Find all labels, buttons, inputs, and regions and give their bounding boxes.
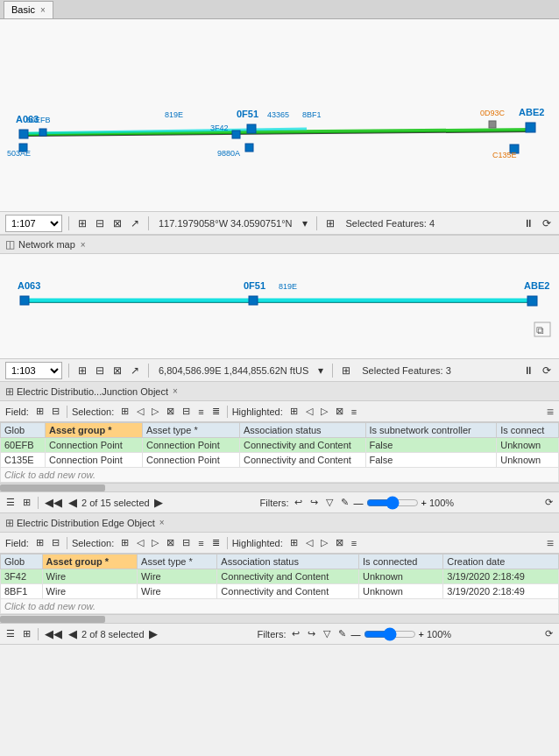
add-row-text-1[interactable]: Click to add new row. [1, 468, 559, 483]
feature-icon-1[interactable]: ⊞ [323, 216, 337, 230]
network-map-close[interactable]: × [81, 240, 86, 250]
show-selected-btn-1[interactable]: ☰ [4, 495, 18, 510]
sel-btn-1c[interactable]: ▷ [149, 404, 161, 419]
table2-title-bar: ⊞ Electric Distribution Edge Object × [0, 513, 559, 533]
zoom-slider-1[interactable] [366, 496, 419, 510]
extent-btn-1[interactable]: ⊟ [93, 216, 107, 230]
table1: Glob Asset group * Asset type * Associat… [0, 422, 559, 483]
cell-assettype: Wire [138, 584, 217, 599]
refresh-btn-1[interactable]: ⟳ [540, 216, 554, 230]
sel-btn-2e[interactable]: ⊟ [180, 535, 193, 550]
settings-icon-1[interactable]: ≡ [547, 405, 554, 419]
sep-1 [68, 216, 69, 230]
hl-btn-1b[interactable]: ◁ [303, 404, 315, 419]
cell-glob: C135E [1, 453, 46, 468]
table2-close[interactable]: × [159, 518, 165, 527]
col-issubnetwork-1: Is subnetwork controller [365, 423, 497, 438]
first-btn-2[interactable]: ◀◀ [43, 627, 64, 640]
hl-btn-1c[interactable]: ▷ [318, 404, 330, 419]
basic-tab[interactable]: Basic × [4, 1, 53, 18]
zoom-select-1[interactable]: 1:107 [5, 215, 62, 232]
table2-scroll[interactable]: Glob Asset group * Asset type * Associat… [0, 554, 559, 614]
filter-undo-2[interactable]: ↩ [289, 626, 302, 641]
sel-btn-2d[interactable]: ⊠ [164, 535, 177, 550]
scroll-bar-h-1[interactable] [0, 483, 559, 491]
field-remove-btn-1[interactable]: ⊟ [49, 404, 62, 419]
nav-text-1: 2 of 15 selected [81, 498, 150, 508]
hl-btn-2d[interactable]: ⊠ [333, 535, 346, 550]
filter-down-2[interactable]: ▽ [321, 626, 333, 641]
grid-btn-2[interactable]: ⊠ [110, 364, 124, 378]
settings-icon-2[interactable]: ≡ [547, 536, 554, 550]
pause-btn-2[interactable]: ⏸ [520, 364, 536, 378]
filter-undo-1[interactable]: ↩ [292, 495, 305, 510]
scroll-bar-h-2[interactable] [0, 614, 559, 623]
zoom-slider-2[interactable] [364, 627, 416, 641]
feature-icon-2[interactable]: ⊞ [339, 364, 353, 378]
next-btn-2[interactable]: ▶ [147, 627, 159, 640]
coord-dropdown-2[interactable]: ▾ [315, 364, 326, 378]
refresh-table-2[interactable]: ⟳ [542, 626, 555, 641]
hl-btn-1d[interactable]: ⊠ [333, 404, 346, 419]
prev-btn-1[interactable]: ◀ [67, 496, 79, 509]
filter-redo-2[interactable]: ↪ [305, 626, 318, 641]
svg-rect-26 [20, 296, 29, 305]
next-btn-1[interactable]: ▶ [152, 496, 165, 509]
filter-edit-2[interactable]: ✎ [336, 626, 349, 641]
refresh-table-1[interactable]: ⟳ [542, 495, 555, 510]
scroll-thumb-1[interactable] [0, 484, 105, 491]
pan-btn-1[interactable]: ⊞ [75, 216, 89, 230]
hl-btn-2c[interactable]: ▷ [318, 535, 330, 550]
coord-dropdown-1[interactable]: ▾ [300, 216, 310, 230]
add-row-1[interactable]: Click to add new row. [1, 468, 559, 483]
sel-btn-2b[interactable]: ◁ [134, 535, 146, 550]
sel-btn-2g[interactable]: ≣ [209, 535, 223, 550]
pause-btn-1[interactable]: ⏸ [520, 216, 536, 230]
pan-btn-2[interactable]: ⊞ [75, 364, 89, 378]
field-add-btn-1[interactable]: ⊞ [33, 404, 46, 419]
toolbar-2: 1:103 ⊞ ⊟ ⊠ ↗ 6,804,586.99E 1,844,855.62… [0, 359, 559, 382]
hl-btn-2a[interactable]: ⊞ [287, 535, 301, 550]
sel-btn-2c[interactable]: ▷ [149, 535, 161, 550]
sel-btn-1d[interactable]: ⊠ [164, 404, 177, 419]
toggle-btn-1[interactable]: ⊞ [20, 495, 33, 510]
table1-close[interactable]: × [173, 386, 178, 396]
toggle-btn-2[interactable]: ⊞ [20, 626, 33, 641]
basic-tab-close[interactable]: × [40, 5, 46, 15]
table1-scroll[interactable]: Glob Asset group * Asset type * Associat… [0, 422, 559, 483]
extent-btn-2[interactable]: ⊟ [93, 364, 107, 378]
first-btn-1[interactable]: ◀◀ [43, 496, 64, 509]
sel-btn-1b[interactable]: ◁ [134, 404, 146, 419]
field-label-2: Field: [5, 538, 29, 548]
toolbar-1: 1:107 ⊞ ⊟ ⊠ ↗ 117.1979058°W 34.0590751°N… [0, 212, 559, 235]
field-remove-btn-2[interactable]: ⊟ [49, 535, 62, 550]
add-row-2[interactable]: Click to add new row. [1, 599, 559, 614]
arrow-btn-1[interactable]: ↗ [128, 216, 142, 230]
zoom-select-2[interactable]: 1:103 [5, 362, 62, 379]
hl-btn-1a[interactable]: ⊞ [287, 404, 301, 419]
sel-btn-2a[interactable]: ⊞ [118, 535, 131, 550]
hl-btn-1e[interactable]: ≡ [349, 405, 359, 419]
sel-btn-1g[interactable]: ≣ [209, 404, 223, 419]
hl-btn-2e[interactable]: ≡ [349, 536, 359, 550]
sep-nav1 [38, 497, 39, 509]
grid-btn-1[interactable]: ⊠ [110, 216, 124, 230]
filter-redo-1[interactable]: ↪ [308, 495, 321, 510]
filter-edit-1[interactable]: ✎ [338, 495, 351, 510]
sel-btn-1f[interactable]: ≡ [195, 405, 206, 419]
refresh-btn-2[interactable]: ⟳ [540, 364, 554, 378]
filter-down-1[interactable]: ▽ [323, 495, 336, 510]
scroll-thumb-2[interactable] [0, 616, 105, 623]
sel-btn-1a[interactable]: ⊞ [118, 404, 131, 419]
nav-text-2: 2 of 8 selected [81, 629, 145, 639]
prev-btn-2[interactable]: ◀ [67, 627, 79, 640]
arrow-btn-2[interactable]: ↗ [128, 364, 142, 378]
add-row-text-2[interactable]: Click to add new row. [1, 599, 559, 614]
show-selected-btn-2[interactable]: ☰ [4, 626, 18, 641]
sel-btn-2f[interactable]: ≡ [195, 536, 206, 550]
col-assettype-2: Asset type * [138, 555, 217, 569]
sel-btn-1e[interactable]: ⊟ [180, 404, 193, 419]
hl-btn-2b[interactable]: ◁ [303, 535, 315, 550]
cell-assocstatus: Connectivity and Content [217, 569, 359, 584]
field-add-btn-2[interactable]: ⊞ [33, 535, 46, 550]
